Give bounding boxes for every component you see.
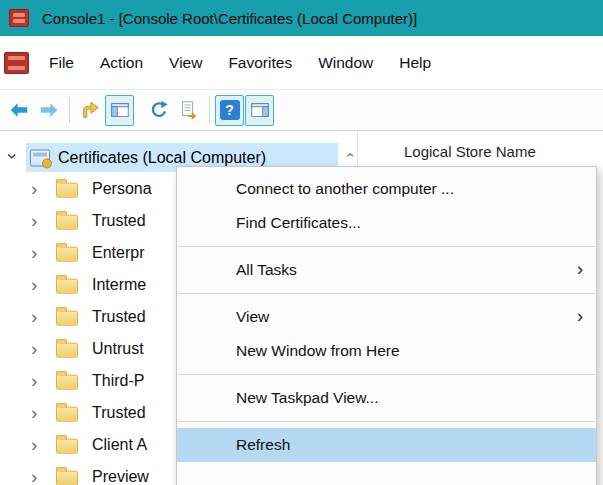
menu-separator bbox=[178, 246, 595, 247]
tree-item-label: Trusted bbox=[92, 301, 146, 333]
help-button[interactable]: ? bbox=[215, 95, 244, 126]
scrollbar-up-icon[interactable]: › bbox=[340, 146, 358, 164]
export-list-icon bbox=[178, 99, 200, 121]
action-pane-window-icon bbox=[249, 99, 271, 121]
refresh-icon bbox=[148, 99, 170, 121]
context-menu-item-label: View bbox=[236, 308, 269, 325]
chevron-right-icon[interactable]: › bbox=[31, 403, 37, 422]
submenu-arrow-icon: › bbox=[577, 260, 583, 278]
chevron-right-icon[interactable]: › bbox=[31, 339, 37, 358]
column-header-logical-store-name[interactable]: Logical Store Name bbox=[404, 143, 536, 160]
context-menu-item-label: Connect to another computer ... bbox=[236, 180, 454, 197]
tree-item-label: Interme bbox=[92, 269, 146, 301]
chevron-right-icon[interactable]: › bbox=[31, 467, 37, 485]
chevron-down-icon[interactable]: › bbox=[4, 152, 23, 158]
menubar-items: FileActionViewFavoritesWindowHelp bbox=[36, 36, 444, 89]
back-button[interactable] bbox=[4, 95, 33, 126]
menu-separator bbox=[178, 421, 595, 422]
menu-separator bbox=[178, 374, 595, 375]
context-menu-item-view[interactable]: View› bbox=[177, 300, 596, 334]
context-menu-item-label: Find Certificates... bbox=[236, 214, 361, 231]
console-window-icon[interactable] bbox=[4, 52, 29, 74]
folder-icon bbox=[56, 311, 78, 326]
context-menu-item-label: New Taskpad View... bbox=[236, 389, 378, 406]
context-menu-item-label: Refresh bbox=[236, 436, 290, 453]
chevron-right-icon[interactable]: › bbox=[31, 371, 37, 390]
tree-item-label: Client A bbox=[92, 429, 147, 461]
tree-item-label: Untrust bbox=[92, 333, 144, 365]
chevron-right-icon[interactable]: › bbox=[31, 179, 37, 198]
titlebar[interactable]: Console1 - [Console Root\Certificates (L… bbox=[0, 0, 603, 36]
folder-icon bbox=[56, 183, 78, 198]
export-list-button[interactable] bbox=[174, 95, 203, 126]
context-menu-item-new-window-from-here[interactable]: New Window from Here bbox=[177, 334, 596, 368]
menubar: FileActionViewFavoritesWindowHelp bbox=[0, 36, 603, 90]
folder-icon bbox=[56, 343, 78, 358]
folder-icon bbox=[56, 471, 78, 485]
toolbar-separator bbox=[69, 97, 70, 123]
context-menu-item-label: All Tasks bbox=[236, 261, 297, 278]
context-menu-item-refresh[interactable]: Refresh bbox=[177, 428, 596, 462]
tree-item-label: Enterpr bbox=[92, 237, 144, 269]
chevron-right-icon[interactable]: › bbox=[31, 275, 37, 294]
folder-icon bbox=[56, 375, 78, 390]
up-arrow-icon bbox=[79, 99, 101, 121]
forward-button[interactable] bbox=[34, 95, 63, 126]
help-icon: ? bbox=[220, 100, 240, 120]
up-one-level-button[interactable] bbox=[75, 95, 104, 126]
show-hide-console-tree-button[interactable] bbox=[105, 95, 134, 126]
chevron-right-icon[interactable]: › bbox=[31, 211, 37, 230]
folder-icon bbox=[56, 279, 78, 294]
tree-item-label: Trusted bbox=[92, 205, 146, 237]
folder-icon bbox=[56, 407, 78, 422]
menubar-item-file[interactable]: File bbox=[36, 36, 87, 89]
menubar-item-view[interactable]: View bbox=[156, 36, 215, 89]
folder-icon bbox=[56, 247, 78, 262]
toolbar-separator bbox=[209, 97, 210, 123]
tree-item-label: Preview bbox=[92, 461, 149, 485]
tree-item-label: Persona bbox=[92, 173, 152, 205]
chevron-right-icon[interactable]: › bbox=[31, 435, 37, 454]
chevron-right-icon[interactable]: › bbox=[31, 307, 37, 326]
context-menu-item-label: New Window from Here bbox=[236, 342, 400, 359]
menubar-item-favorites[interactable]: Favorites bbox=[215, 36, 305, 89]
console-tree-window-icon bbox=[109, 99, 131, 121]
window-title: Console1 - [Console Root\Certificates (L… bbox=[42, 10, 417, 27]
certificates-store-icon bbox=[30, 149, 50, 166]
folder-icon bbox=[56, 215, 78, 230]
back-arrow-icon bbox=[8, 99, 30, 121]
forward-arrow-icon bbox=[38, 99, 60, 121]
menu-separator bbox=[178, 293, 595, 294]
context-menu: Connect to another computer ...Find Cert… bbox=[176, 166, 597, 485]
submenu-arrow-icon: › bbox=[577, 307, 583, 325]
toolbar: ? bbox=[0, 90, 603, 131]
menubar-item-window[interactable]: Window bbox=[305, 36, 386, 89]
chevron-right-icon[interactable]: › bbox=[31, 243, 37, 262]
context-menu-item-connect-to-another-computer[interactable]: Connect to another computer ... bbox=[177, 172, 596, 206]
mmc-app-icon bbox=[9, 9, 29, 27]
tree-item-label: Trusted bbox=[92, 397, 146, 429]
context-menu-item-all-tasks[interactable]: All Tasks› bbox=[177, 253, 596, 287]
context-menu-item-find-certificates[interactable]: Find Certificates... bbox=[177, 206, 596, 240]
menubar-item-action[interactable]: Action bbox=[87, 36, 156, 89]
menubar-item-help[interactable]: Help bbox=[386, 36, 444, 89]
tree-item-label: Third-P bbox=[92, 365, 144, 397]
refresh-button[interactable] bbox=[144, 95, 173, 126]
show-hide-action-pane-button[interactable] bbox=[245, 95, 274, 126]
context-menu-item-new-taskpad-view[interactable]: New Taskpad View... bbox=[177, 381, 596, 415]
folder-icon bbox=[56, 439, 78, 454]
